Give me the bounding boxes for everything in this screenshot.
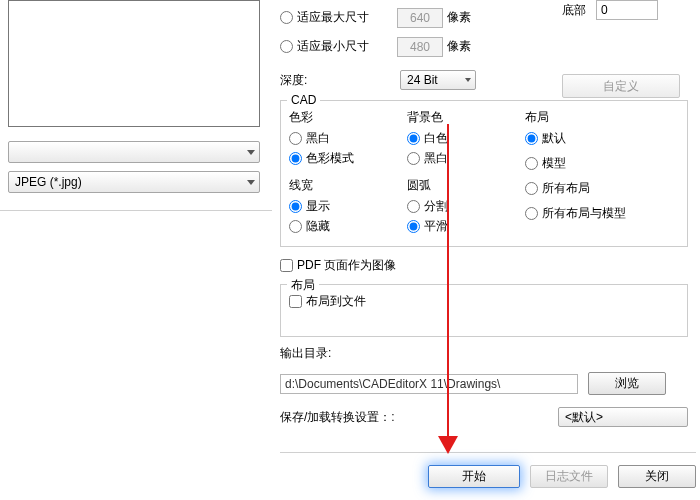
bgcolor-title: 背景色 bbox=[407, 109, 525, 126]
chevron-down-icon bbox=[247, 150, 255, 155]
radio-layout-all[interactable]: 所有布局 bbox=[525, 180, 667, 197]
radio-label: 分割 bbox=[424, 198, 448, 215]
radio-label: 所有布局与模型 bbox=[542, 205, 626, 222]
arc-title: 圆弧 bbox=[407, 177, 525, 194]
radio-lw-show[interactable]: 显示 bbox=[289, 198, 407, 215]
divider bbox=[0, 210, 272, 211]
pdf-as-image-checkbox[interactable]: PDF 页面作为图像 bbox=[280, 257, 700, 274]
radio-label: 模型 bbox=[542, 155, 566, 172]
layout-fieldset: 布局 布局到文件 bbox=[280, 284, 688, 337]
output-dir-input[interactable] bbox=[280, 374, 578, 394]
depth-select[interactable]: 24 Bit bbox=[400, 70, 476, 90]
settings-select[interactable]: <默认> bbox=[558, 407, 688, 427]
checkbox-label: 布局到文件 bbox=[306, 293, 366, 310]
unit-label: 像素 bbox=[447, 9, 471, 26]
radio-bg-black[interactable]: 黑白 bbox=[407, 150, 525, 167]
radio-layout-default[interactable]: 默认 bbox=[525, 130, 667, 147]
depth-select-value: 24 Bit bbox=[407, 73, 438, 87]
start-label: 开始 bbox=[462, 468, 486, 485]
radio-min-size[interactable]: 适应最小尺寸 bbox=[280, 38, 369, 55]
radio-label: 平滑 bbox=[424, 218, 448, 235]
close-button[interactable]: 关闭 bbox=[618, 465, 696, 488]
settings-label: 保存/加载转换设置：: bbox=[280, 409, 395, 426]
preview-select[interactable] bbox=[8, 141, 260, 163]
radio-color-mode[interactable]: 色彩模式 bbox=[289, 150, 407, 167]
color-title: 色彩 bbox=[289, 109, 407, 126]
log-file-button: 日志文件 bbox=[530, 465, 608, 488]
start-button[interactable]: 开始 bbox=[428, 465, 520, 488]
chevron-down-icon bbox=[247, 180, 255, 185]
radio-label: 隐藏 bbox=[306, 218, 330, 235]
radio-min-label: 适应最小尺寸 bbox=[297, 38, 369, 55]
min-size-input[interactable] bbox=[397, 37, 443, 57]
unit-label: 像素 bbox=[447, 38, 471, 55]
output-dir-label: 输出目录: bbox=[280, 345, 700, 362]
close-label: 关闭 bbox=[645, 468, 669, 485]
checkbox-label: PDF 页面作为图像 bbox=[297, 257, 396, 274]
checkbox-input[interactable] bbox=[289, 295, 302, 308]
radio-input[interactable] bbox=[280, 40, 293, 53]
layout-to-file-checkbox[interactable]: 布局到文件 bbox=[289, 293, 679, 310]
browse-button[interactable]: 浏览 bbox=[588, 372, 666, 395]
cad-legend: CAD bbox=[287, 93, 320, 107]
radio-label: 白色 bbox=[424, 130, 448, 147]
depth-label: 深度: bbox=[280, 72, 400, 89]
preview-area bbox=[8, 0, 260, 127]
layout-legend: 布局 bbox=[287, 277, 319, 294]
settings-select-value: <默认> bbox=[565, 409, 603, 426]
radio-max-label: 适应最大尺寸 bbox=[297, 9, 369, 26]
format-select-value: JPEG (*.jpg) bbox=[15, 175, 82, 189]
radio-label: 默认 bbox=[542, 130, 566, 147]
radio-layout-model[interactable]: 模型 bbox=[525, 155, 667, 172]
radio-input[interactable] bbox=[280, 11, 293, 24]
format-select[interactable]: JPEG (*.jpg) bbox=[8, 171, 260, 193]
radio-arc-smooth[interactable]: 平滑 bbox=[407, 218, 525, 235]
radio-layout-all-model[interactable]: 所有布局与模型 bbox=[525, 205, 667, 222]
radio-arc-split[interactable]: 分割 bbox=[407, 198, 525, 215]
radio-bg-white[interactable]: 白色 bbox=[407, 130, 525, 147]
linewidth-title: 线宽 bbox=[289, 177, 407, 194]
radio-label: 黑白 bbox=[306, 130, 330, 147]
browse-label: 浏览 bbox=[615, 375, 639, 392]
radio-label: 所有布局 bbox=[542, 180, 590, 197]
radio-label: 黑白 bbox=[424, 150, 448, 167]
layout-title: 布局 bbox=[525, 109, 667, 126]
chevron-down-icon bbox=[465, 78, 471, 82]
radio-lw-hide[interactable]: 隐藏 bbox=[289, 218, 407, 235]
cad-fieldset: CAD 色彩 黑白 色彩模式 线宽 显示 隐藏 背景色 白色 黑白 圆弧 分割 … bbox=[280, 100, 688, 247]
checkbox-input[interactable] bbox=[280, 259, 293, 272]
radio-label: 色彩模式 bbox=[306, 150, 354, 167]
radio-max-size[interactable]: 适应最大尺寸 bbox=[280, 9, 369, 26]
max-size-input[interactable] bbox=[397, 8, 443, 28]
radio-color-bw[interactable]: 黑白 bbox=[289, 130, 407, 147]
radio-label: 显示 bbox=[306, 198, 330, 215]
log-label: 日志文件 bbox=[545, 468, 593, 485]
